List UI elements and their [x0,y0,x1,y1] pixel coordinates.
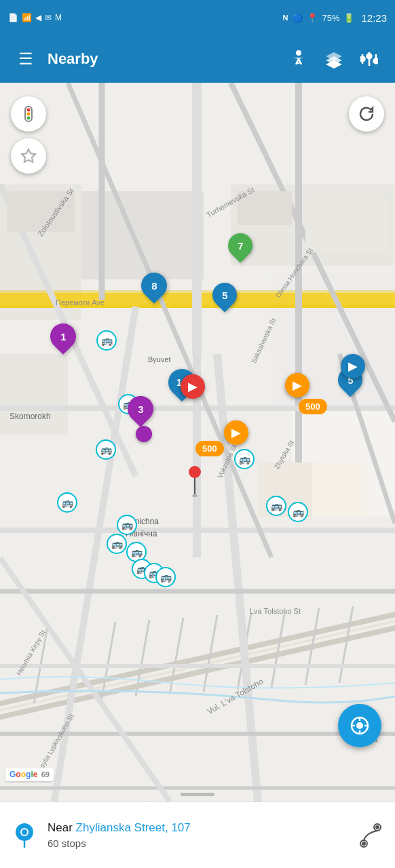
svg-rect-56 [305,198,387,252]
pin-line [194,478,195,494]
refresh-icon [358,105,375,123]
street-prefix: Near [48,821,73,834]
accessibility-button[interactable] [282,43,315,75]
layers-icon [324,50,343,68]
bus-stop-8[interactable]: 🚌 [117,515,137,535]
time-display: 12:23 [361,12,387,24]
bus-stop-1[interactable]: 🚌 [96,330,117,351]
marker-arrow-blue-right[interactable]: ▶ [341,354,365,378]
page-title: Nearby [42,50,282,68]
stops-count: 60 stops [48,837,347,849]
svg-point-11 [374,59,379,64]
file-icon: 📄 [8,13,18,22]
filter-button[interactable] [353,43,385,75]
bottom-bar: Near Zhylianska Street, 107 60 stops [0,802,395,868]
bus-stop-13[interactable]: 🚌 [155,567,176,587]
google-attribution-count: 69 [41,770,50,778]
bus-stop-5[interactable]: 🚌 [57,492,77,513]
svg-point-0 [296,50,301,56]
star-icon [20,148,37,164]
marker-cluster-3[interactable]: 3 [128,396,153,422]
svg-point-10 [367,54,372,59]
badge-500-lower[interactable]: 500 [195,441,224,456]
traffic-icon [19,104,38,123]
msg-icon: ✉ [45,13,52,22]
layers-button[interactable] [318,43,350,75]
nav-icon: ◀ [35,13,41,22]
route-action-button[interactable] [357,823,384,848]
location-pin-icon [14,822,35,849]
map-controls [11,96,46,174]
pin-marker [189,466,201,497]
marker-arrow-orange-1[interactable]: ▶ [285,373,309,397]
svg-point-71 [22,829,27,835]
svg-rect-54 [7,191,75,232]
gmail-icon: M [55,13,62,22]
bus-stop-6[interactable]: 🚌 [266,496,286,516]
badge-500-right[interactable]: 500 [299,399,327,414]
status-bar: 📄 📶 ◀ ✉ M N 🔵 📍 75% 🔋 12:23 [0,0,395,35]
svg-rect-55 [238,191,292,225]
refresh-button[interactable] [349,96,384,132]
bus-stop-7[interactable]: 🚌 [288,502,308,522]
accessibility-icon [290,50,307,68]
favorites-button[interactable] [11,138,46,174]
bus-stop-4[interactable]: 🚌 [234,449,255,469]
bus-stop-3[interactable]: 🚌 [96,439,116,460]
svg-point-61 [27,113,31,116]
menu-button[interactable]: ☰ [10,50,42,68]
filter-icon [360,50,378,68]
location-pin-container [11,822,38,849]
battery-percent: 75% [322,13,339,23]
traffic-button[interactable] [11,96,46,132]
location-target-icon [350,715,370,736]
nfc-icon: N [282,14,288,22]
bluetooth-icon: 🔵 [292,13,303,23]
street-info: Near Zhylianska Street, 107 [48,821,347,835]
svg-point-9 [360,57,365,62]
svg-point-62 [27,117,31,120]
bus-stop-9[interactable]: 🚌 [107,534,127,554]
google-logo: Google 69 [5,768,54,781]
nav-action-icons [282,43,385,75]
status-icons: 📄 📶 ◀ ✉ M [8,13,62,22]
marker-cluster-1[interactable]: 1 [50,323,76,349]
marker-arrow-orange-2[interactable]: ▶ [224,420,248,445]
svg-point-64 [356,722,363,729]
battery-icon: 🔋 [343,13,354,23]
pin-base [192,494,198,497]
wifi-icon: 📶 [22,13,32,22]
pin-head [189,466,201,478]
bottom-info: Near Zhylianska Street, 107 60 stops [48,821,347,849]
my-location-button[interactable] [338,704,381,747]
svg-point-76 [362,842,365,845]
marker-purple-dot[interactable] [136,426,152,442]
map-area[interactable]: Zolotoustivska St Turhenievska St Olesia… [0,83,395,802]
marker-cluster-7[interactable]: 7 [228,233,252,258]
svg-rect-18 [0,354,68,435]
marker-cluster-8[interactable]: 8 [141,273,167,298]
marker-arrow-red[interactable]: ▶ [181,374,205,399]
svg-rect-58 [312,462,366,517]
nav-bar: ☰ Nearby [0,35,395,83]
marker-cluster-5-upper[interactable]: 5 [212,283,237,307]
svg-point-60 [27,108,31,112]
svg-point-75 [376,826,379,829]
scroll-indicator [181,793,214,796]
street-name: Zhylianska Street, 107 [76,821,191,834]
route-icon [360,823,381,848]
gps-icon: 📍 [307,13,318,23]
